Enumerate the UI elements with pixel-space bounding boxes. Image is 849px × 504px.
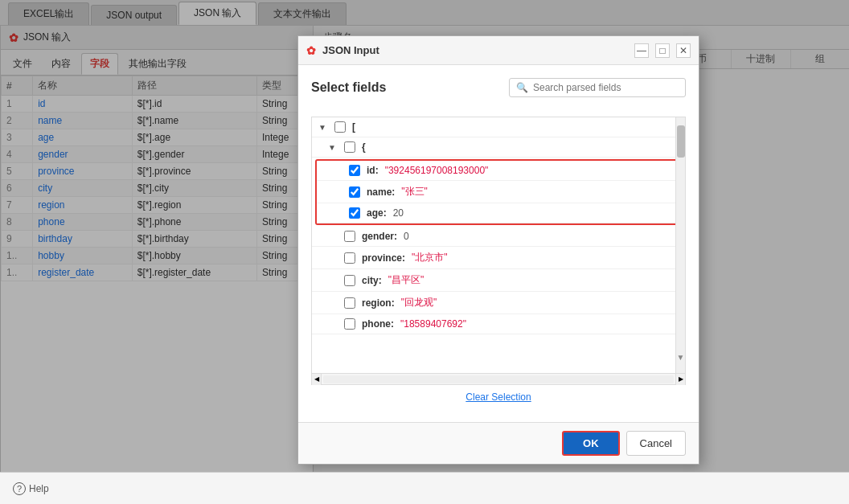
scroll-left-btn[interactable]: ◀ <box>312 374 322 385</box>
checkbox-age[interactable] <box>349 207 360 219</box>
field-id: id: "392456197008193000" <box>317 161 680 181</box>
modal-body: Select fields 🔍 ▼ [ ▼ { <box>298 65 699 422</box>
field-province: province: "北京市" <box>312 247 685 269</box>
value-province: "北京市" <box>412 251 448 264</box>
scroll-thumb[interactable] <box>677 125 685 158</box>
checkbox-name[interactable] <box>349 186 360 198</box>
checkbox-obj[interactable] <box>344 141 355 153</box>
label-phone: phone: <box>362 318 394 330</box>
help-button[interactable]: ? Help <box>13 482 49 495</box>
value-phone: "18589407692" <box>400 318 466 330</box>
close-button[interactable]: ✕ <box>676 43 691 58</box>
label-region: region: <box>362 297 395 309</box>
checkbox-root[interactable] <box>334 121 346 133</box>
bottom-bar: ? Help <box>0 472 849 504</box>
field-age: age: 20 <box>317 203 680 223</box>
field-city: city: "昌平区" <box>312 269 685 292</box>
fields-container: ▼ [ ▼ { id: "392456197008193000" nam <box>311 117 686 374</box>
field-phone: phone: "18589407692" <box>312 314 685 334</box>
checkbox-id[interactable] <box>349 165 360 176</box>
value-age: 20 <box>393 207 404 219</box>
clear-selection-link[interactable]: Clear Selection <box>311 385 686 409</box>
modal-icon: ✿ <box>306 44 316 57</box>
checkbox-region[interactable] <box>344 297 355 309</box>
h-scroll-thumb[interactable] <box>323 375 674 383</box>
label-root: [ <box>352 121 355 133</box>
window-controls: — □ ✕ <box>634 43 691 58</box>
label-age: age: <box>367 207 387 219</box>
section-title: Select fields <box>311 80 386 95</box>
scroll-down-icon[interactable]: ▼ <box>676 353 685 362</box>
value-gender: 0 <box>404 231 409 242</box>
expand-root-icon[interactable]: ▼ <box>318 123 328 132</box>
search-bar[interactable]: 🔍 <box>509 78 686 97</box>
horizontal-scrollbar[interactable]: ◀ ▶ <box>311 374 686 385</box>
help-label: Help <box>29 483 49 494</box>
scroll-right-btn[interactable]: ▶ <box>675 374 685 385</box>
maximize-button[interactable]: □ <box>655 43 670 58</box>
checkbox-phone[interactable] <box>344 318 355 330</box>
cancel-button[interactable]: Cancel <box>626 431 686 456</box>
checkbox-city[interactable] <box>344 275 355 286</box>
modal-titlebar: ✿ JSON Input — □ ✕ <box>298 36 699 65</box>
label-name: name: <box>367 186 395 198</box>
checkbox-province[interactable] <box>344 252 355 264</box>
value-region: "回龙观" <box>401 296 437 309</box>
value-city: "昌平区" <box>388 273 424 287</box>
highlight-region: id: "392456197008193000" name: "张三" age:… <box>315 159 682 225</box>
value-name: "张三" <box>401 185 428 199</box>
search-icon: 🔍 <box>516 82 528 93</box>
minimize-button[interactable]: — <box>634 43 649 58</box>
label-obj: { <box>362 141 366 153</box>
search-input[interactable] <box>533 82 662 93</box>
modal-footer: OK Cancel <box>298 422 699 464</box>
label-gender: gender: <box>362 231 397 242</box>
checkbox-gender[interactable] <box>344 231 355 242</box>
ok-button[interactable]: OK <box>562 431 620 456</box>
expand-obj-icon[interactable]: ▼ <box>328 143 338 152</box>
field-root-bracket: ▼ [ <box>312 117 685 137</box>
help-circle-icon: ? <box>13 482 26 495</box>
field-gender: gender: 0 <box>312 227 685 247</box>
modal-title: JSON Input <box>322 44 628 56</box>
label-province: province: <box>362 252 405 264</box>
value-id: "392456197008193000" <box>385 165 489 176</box>
field-region: region: "回龙观" <box>312 292 685 314</box>
field-obj-bracket: ▼ { <box>312 137 685 158</box>
vertical-scrollbar[interactable]: ▼ <box>675 117 685 373</box>
label-city: city: <box>362 275 382 286</box>
modal-dialog: ✿ JSON Input — □ ✕ Select fields 🔍 ▼ [ <box>297 35 699 465</box>
field-name: name: "张三" <box>317 181 680 203</box>
label-id: id: <box>367 165 379 176</box>
